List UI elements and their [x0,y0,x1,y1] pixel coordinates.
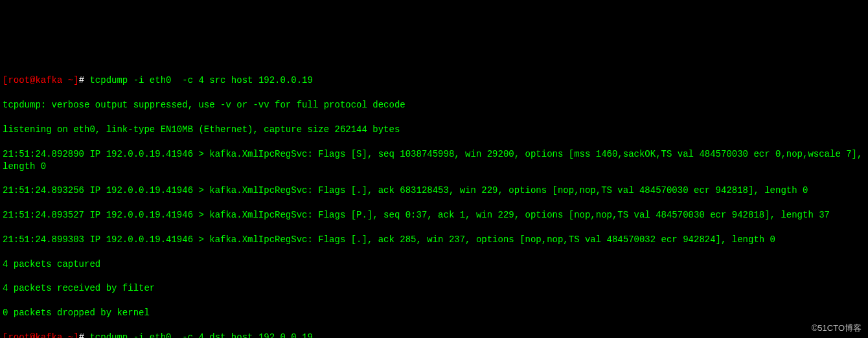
prompt-separator: # [79,332,90,338]
prompt-line-1: [root@kafka ~]# tcpdump -i eth0 -c 4 src… [3,74,865,87]
watermark: ©51CTO博客 [812,322,862,334]
output-line: 0 packets dropped by kernel [3,307,865,319]
terminal[interactable]: [root@kafka ~]# tcpdump -i eth0 -c 4 src… [0,61,868,338]
command-text: tcpdump -i eth0 -c 4 dst host 192.0.0.19 [89,332,312,338]
output-line: 21:51:24.893527 IP 192.0.0.19.41946 > ka… [3,209,865,221]
output-line: 21:51:24.892890 IP 192.0.0.19.41946 > ka… [3,148,865,173]
prompt-separator: # [79,75,90,85]
output-line: 21:51:24.893256 IP 192.0.0.19.41946 > ka… [3,185,865,197]
output-line: tcpdump: verbose output suppressed, use … [3,99,865,111]
prompt-user: [root@kafka ~] [3,332,79,338]
output-line: 21:51:24.899303 IP 192.0.0.19.41946 > ka… [3,234,865,246]
output-line: 4 packets captured [3,258,865,271]
prompt-user: [root@kafka ~] [3,75,79,85]
output-line: listening on eth0, link-type EN10MB (Eth… [3,124,865,136]
output-line: 4 packets received by filter [3,282,865,295]
command-text: tcpdump -i eth0 -c 4 src host 192.0.0.19 [89,75,312,85]
prompt-line-2: [root@kafka ~]# tcpdump -i eth0 -c 4 dst… [3,332,865,338]
